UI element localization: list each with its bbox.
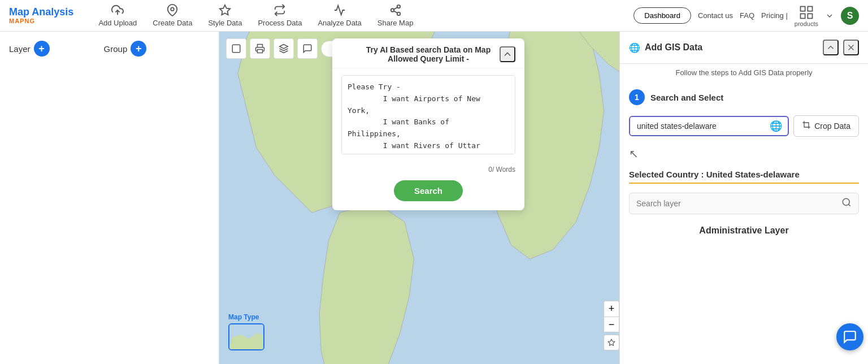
pin-icon [166, 4, 179, 16]
cursor-area: ↖ [620, 144, 868, 164]
nav-label-analyze-data: Analyze Data [318, 19, 361, 27]
gis-panel-header: 🌐 Add GIS Data [620, 32, 868, 64]
nav-right: Dashboard Contact us FAQ Pricing | produ… [633, 5, 859, 27]
nav-label-add-upload: Add Upload [98, 19, 137, 27]
gis-minimize-button[interactable] [823, 40, 839, 55]
zoom-in-button[interactable]: + [604, 301, 619, 317]
svg-point-1 [171, 7, 175, 11]
faq-link[interactable]: FAQ [740, 11, 754, 20]
gis-panel-title: Add GIS Data [645, 42, 702, 53]
admin-layer-title: Administrative Layer [620, 219, 868, 242]
nav-item-share-map[interactable]: Share Map [371, 1, 420, 31]
map-type-thumbnail[interactable] [228, 323, 264, 350]
layers-button[interactable] [274, 38, 294, 59]
layer-label: Layer [9, 44, 31, 54]
search-layer-button[interactable] [835, 197, 858, 210]
svg-point-4 [390, 8, 394, 12]
compass-button[interactable] [604, 335, 619, 350]
topnav: Map Analysis MAPNG Add Upload Create Dat… [0, 0, 868, 32]
step-label: Search and Select [650, 93, 723, 102]
nav-items: Add Upload Create Data Style Data Proces… [92, 1, 633, 31]
ai-panel-title: Try AI Based search Data on Map Allowed … [357, 45, 500, 63]
upload-icon [111, 4, 124, 16]
chevron-up-icon [502, 49, 513, 60]
ai-panel-body: Please Try - I want Airports of New York… [332, 68, 524, 163]
nav-item-analyze-data[interactable]: Analyze Data [311, 1, 368, 31]
zoom-controls: + − [604, 301, 619, 350]
zoom-out-button[interactable]: − [604, 317, 619, 332]
svg-rect-10 [800, 14, 805, 18]
country-globe-button[interactable]: 🌐 [764, 120, 788, 132]
svg-rect-13 [232, 45, 240, 53]
gis-header-buttons [823, 40, 859, 55]
select-tool-button[interactable] [226, 38, 246, 59]
search-icon [841, 197, 852, 207]
search-layer-input[interactable] [630, 193, 835, 214]
pricing-link[interactable]: Pricing | [761, 11, 788, 20]
gis-step-1: 1 Search and Select [620, 84, 868, 112]
nav-item-style-data[interactable]: Style Data [201, 1, 249, 31]
search-layer-row [629, 193, 859, 214]
crop-icon [802, 120, 811, 132]
add-group-button[interactable]: + [131, 41, 146, 57]
svg-line-6 [393, 11, 397, 13]
style-icon [219, 4, 231, 16]
layer-section: Layer + [9, 41, 50, 57]
dashboard-button[interactable]: Dashboard [633, 7, 691, 24]
process-icon [274, 4, 286, 16]
comment-button[interactable] [297, 38, 318, 59]
comment-icon [302, 44, 313, 54]
svg-rect-9 [808, 6, 812, 11]
add-layer-button[interactable]: + [34, 41, 50, 57]
nav-item-process-data[interactable]: Process Data [251, 1, 309, 31]
svg-line-24 [848, 204, 850, 206]
group-section: Group + [104, 41, 147, 57]
svg-point-3 [397, 5, 400, 8]
gis-title-row: 🌐 Add GIS Data [629, 42, 702, 53]
logo-title: Map Analysis [9, 7, 73, 18]
ai-search-textarea[interactable]: Please Try - I want Airports of New York… [341, 75, 515, 154]
print-button[interactable] [250, 38, 270, 59]
country-search-input[interactable] [630, 117, 764, 135]
gis-search-row: 🌐 Crop Data [620, 112, 868, 144]
group-label: Group [104, 44, 128, 54]
sidebar-controls: Layer + Group + [9, 41, 210, 57]
nav-label-process-data: Process Data [258, 19, 302, 27]
svg-rect-8 [800, 6, 805, 11]
svg-point-5 [397, 12, 400, 15]
map-type-preview [229, 324, 263, 349]
chat-widget-button[interactable] [836, 323, 863, 350]
nav-label-share-map: Share Map [377, 19, 414, 27]
svg-marker-2 [220, 5, 230, 15]
layers-icon [279, 44, 289, 54]
step-number-circle: 1 [629, 89, 645, 105]
main-layout: Layer + Group + [0, 32, 868, 364]
print-icon [255, 44, 265, 54]
products-dropdown[interactable]: products [795, 5, 818, 27]
chevron-up-icon-gis [826, 42, 836, 53]
select-icon [231, 44, 241, 54]
analyze-icon [333, 4, 346, 16]
contact-link[interactable]: Contact us [698, 11, 733, 20]
gis-subtitle: Follow the steps to Add GIS Data properl… [620, 64, 868, 84]
gis-close-button[interactable] [843, 40, 859, 55]
dropdown-arrow-icon [825, 11, 834, 20]
products-label: products [795, 20, 818, 27]
selected-country-section: Selected Country : United States-delawar… [620, 164, 868, 188]
svg-rect-14 [258, 50, 263, 53]
svg-point-23 [843, 198, 849, 205]
cursor-pointer-icon: ↖ [629, 147, 639, 161]
gis-panel: 🌐 Add GIS Data Follow the steps to Add G… [619, 32, 868, 364]
sidebar: Layer + Group + [0, 32, 219, 364]
gis-input-wrap: 🌐 [629, 116, 789, 136]
nav-item-add-upload[interactable]: Add Upload [92, 1, 144, 31]
crop-data-button[interactable]: Crop Data [793, 115, 859, 137]
map-type-panel: Map Type [228, 313, 264, 350]
nav-label-style-data: Style Data [208, 19, 242, 27]
ai-panel-collapse-button[interactable] [500, 46, 515, 62]
ai-search-button[interactable]: Search [394, 180, 463, 201]
nav-item-create-data[interactable]: Create Data [146, 1, 199, 31]
compass-icon [607, 339, 615, 346]
avatar[interactable]: S [841, 7, 859, 25]
logo: Map Analysis MAPNG [9, 7, 73, 25]
